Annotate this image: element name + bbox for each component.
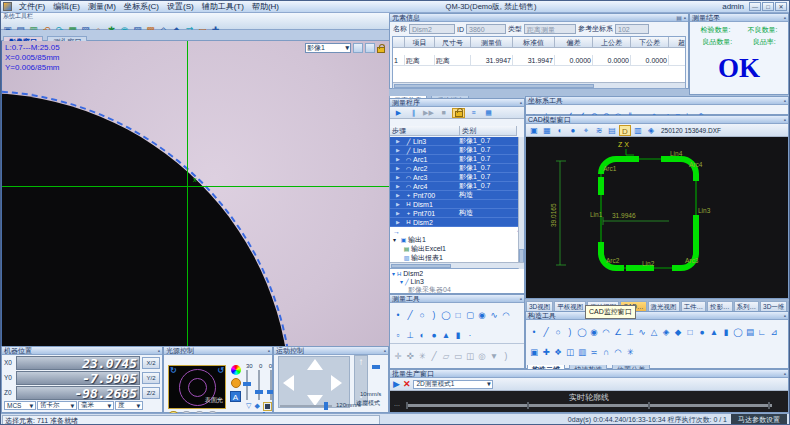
measure-tool-3d-icon[interactable]: ▮: [452, 330, 464, 341]
measure-mode-select[interactable]: 2D测量模式1▾: [413, 380, 493, 389]
pin-icon[interactable]: ▪: [784, 313, 786, 319]
construct-tool-icon[interactable]: ▲: [708, 327, 720, 338]
construct-tool-icon[interactable]: ▮: [720, 327, 732, 338]
angle-unit-select[interactable]: 度▾: [115, 401, 143, 410]
construct-tool-icon[interactable]: ❖: [552, 347, 564, 358]
print-icon[interactable]: ▤: [676, 15, 682, 21]
ref-csys-field[interactable]: 102: [615, 24, 649, 34]
cad-viewport[interactable]: Z X 31.9946 39.0165 Arc1: [526, 137, 788, 298]
list-view-button[interactable]: ≡: [467, 108, 480, 118]
light-slider[interactable]: [270, 370, 272, 400]
grid-view-button[interactable]: ▦: [482, 108, 495, 118]
motor-settings-button[interactable]: 马达参数设置: [731, 414, 787, 425]
pause-program-button[interactable]: ∥: [407, 108, 420, 118]
view-tab[interactable]: 扫描视图: [788, 301, 789, 311]
measure-tool-icon[interactable]: •: [392, 310, 404, 321]
construct-tool-icon[interactable]: ✳: [624, 347, 636, 358]
pin-icon[interactable]: ▪: [784, 98, 786, 104]
unit-select[interactable]: 毫米▾: [78, 401, 114, 410]
construct-tool-icon[interactable]: ◉: [588, 327, 600, 338]
measure-tool-icon[interactable]: ): [428, 310, 440, 321]
construct-tool-icon[interactable]: ✚: [540, 347, 552, 358]
construct-tool-icon[interactable]: •: [528, 327, 540, 338]
construct-tool-icon[interactable]: ◯: [732, 327, 744, 338]
run-program-button[interactable]: ▶: [392, 108, 405, 118]
camera-source-select[interactable]: 影像1▾: [305, 43, 351, 53]
construct-tool-icon[interactable]: ○: [552, 327, 564, 338]
measure-tool-icon[interactable]: ◯: [440, 310, 452, 321]
jog-z-up-button[interactable]: ↑: [355, 356, 367, 367]
realtime-timeline[interactable]: 实时轮廓线 ...: [390, 391, 788, 412]
program-step-row[interactable]: ▶HDism2: [390, 218, 524, 227]
cad-tool-icon[interactable]: ⌖: [580, 125, 592, 136]
program-step-list[interactable]: ▶╱Lin3影像1_0.7 ▶╱Lin4影像1_0.7 ▶◠Arc1影像1_0.…: [390, 137, 524, 268]
menu-settings[interactable]: 设置(S): [163, 1, 198, 12]
measure-tool-icon[interactable]: ○: [416, 310, 428, 321]
cad-tool-icon[interactable]: ▥: [632, 125, 644, 136]
y-half-button[interactable]: Y/2: [142, 372, 160, 384]
light-slider[interactable]: [246, 370, 248, 400]
batch-run-button[interactable]: ▶: [393, 379, 400, 389]
measure-tool-3d-icon[interactable]: ▫: [392, 330, 404, 341]
construct-tool-icon[interactable]: ▤: [744, 327, 756, 338]
pin-icon[interactable]: ▪: [784, 371, 786, 377]
ring-light-diagram[interactable]: ↻ ↺ 表面光: [168, 365, 226, 409]
coordinate-system-select[interactable]: MCS▾: [4, 401, 36, 410]
view-tab[interactable]: 系列…: [734, 301, 760, 311]
step-detail-tree[interactable]: ▾ H Dism2 ▾ ╱ Lin3 影像采集器04: [390, 268, 524, 293]
measure-tool-icon[interactable]: □: [452, 310, 464, 321]
minimize-button[interactable]: —: [749, 2, 761, 11]
cad-tool-icon[interactable]: ▣: [528, 125, 540, 136]
close-button[interactable]: ✕: [775, 2, 787, 11]
construct-tool-icon[interactable]: ▣: [528, 347, 540, 358]
cad-tool-icon[interactable]: ▦: [541, 125, 553, 136]
construct-tool-icon[interactable]: ∿: [636, 327, 648, 338]
cad-tool-icon[interactable]: ◈: [645, 125, 657, 136]
batch-abort-button[interactable]: ✕: [403, 379, 411, 389]
construct-tool-icon[interactable]: ≍: [588, 347, 600, 358]
cad-tool-icon[interactable]: ▤: [606, 125, 618, 136]
lamp-icon[interactable]: ◆: [255, 402, 260, 411]
construct-tool-icon[interactable]: ▥: [576, 347, 588, 358]
construct-tool-icon[interactable]: ∟: [756, 327, 768, 338]
construct-tool-icon[interactable]: ∩: [600, 347, 612, 358]
view-tab[interactable]: 工件…: [681, 301, 707, 311]
construct-tool-icon[interactable]: ◆: [672, 327, 684, 338]
program-horizontal-scrollbar[interactable]: [390, 262, 524, 268]
camera-freeze-button[interactable]: [365, 43, 375, 53]
measure-tool-icon[interactable]: ▢: [464, 310, 476, 321]
cad-tool-icon[interactable]: ≋: [593, 125, 605, 136]
light-slider[interactable]: [258, 370, 260, 400]
measure-tool-3d-icon[interactable]: ·: [464, 330, 476, 341]
program-step-row[interactable]: ▶+Pnt701构造: [390, 209, 524, 218]
pin-icon[interactable]: ▪: [158, 348, 160, 354]
pin-icon[interactable]: ▪: [784, 117, 786, 123]
construct-tool-icon[interactable]: △: [648, 327, 660, 338]
pin-icon[interactable]: ▪: [684, 15, 686, 21]
name-field[interactable]: Dism2: [409, 24, 455, 34]
menu-edit[interactable]: 编辑(E): [49, 1, 84, 12]
construct-tool-icon[interactable]: □: [684, 327, 696, 338]
lock-icon[interactable]: [377, 47, 385, 53]
cad-dxf-icon[interactable]: D: [619, 125, 631, 136]
construct-tool-icon[interactable]: ◈: [660, 327, 672, 338]
construct-tool-icon[interactable]: ◯: [576, 327, 588, 338]
xy-speed-slider[interactable]: [280, 405, 332, 407]
view-tab[interactable]: 3D一维: [760, 301, 787, 311]
jog-right-button[interactable]: [331, 375, 342, 391]
measure-tool-icon[interactable]: ◠: [500, 310, 512, 321]
timeline-track[interactable]: [406, 404, 772, 407]
type-field[interactable]: 距离测量: [524, 24, 576, 34]
id-field[interactable]: 3860: [466, 24, 506, 34]
pin-icon[interactable]: ▪: [520, 100, 522, 106]
program-step-row[interactable]: ▶+Pnt700构造: [390, 191, 524, 200]
dimension-table[interactable]: 项目尺寸号测量值标准值偏差上公差下公差超差值结果 1距离距离31.994731.…: [392, 36, 686, 89]
camera-settings-button[interactable]: [353, 43, 363, 53]
construct-tool-icon[interactable]: ∠: [612, 327, 624, 338]
table-row[interactable]: 1距离距离31.994731.99470.00000.00000.00000.0…: [393, 55, 685, 73]
cad-tool-icon[interactable]: ●: [567, 125, 579, 136]
measure-tool-3d-icon[interactable]: ◐: [416, 330, 428, 341]
menu-measure[interactable]: 测量(M): [84, 1, 120, 12]
pin-icon[interactable]: ▪: [268, 348, 270, 354]
construct-tool-icon[interactable]: ╱: [540, 327, 552, 338]
